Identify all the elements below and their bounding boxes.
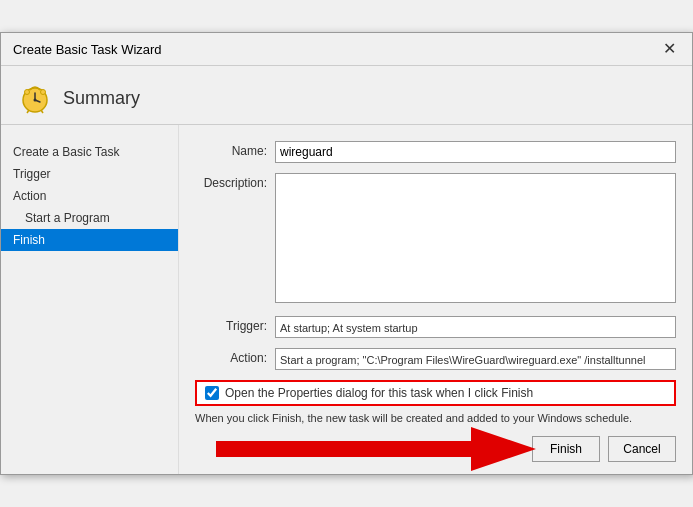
open-properties-checkbox-row: Open the Properties dialog for this task… (195, 380, 676, 406)
arrow-icon (216, 427, 536, 471)
form-area: Name: Description: Trigger: At startup; … (179, 125, 692, 474)
buttons-row: Finish Cancel (195, 436, 676, 462)
name-input[interactable] (275, 141, 676, 163)
trigger-field-wrapper: At startup; At system startup (275, 316, 676, 338)
svg-point-3 (34, 99, 37, 102)
description-textarea[interactable] (275, 173, 676, 303)
title-bar: Create Basic Task Wizard ✕ (1, 33, 692, 66)
sidebar-item-start-a-program: Start a Program (1, 207, 178, 229)
sidebar-item-trigger: Trigger (1, 163, 178, 185)
description-field-wrapper (275, 173, 676, 306)
name-row: Name: (195, 141, 676, 163)
dialog-window: Create Basic Task Wizard ✕ (0, 32, 693, 475)
dialog-title: Summary (63, 88, 140, 109)
help-text: When you click Finish, the new task will… (195, 412, 676, 424)
description-label: Description: (195, 173, 275, 190)
sidebar: Create a Basic Task Trigger Action Start… (1, 125, 179, 474)
svg-rect-8 (216, 441, 476, 457)
action-row: Action: Start a program; "C:\Program Fil… (195, 348, 676, 370)
title-bar-text: Create Basic Task Wizard (13, 42, 162, 57)
action-value: Start a program; "C:\Program Files\WireG… (275, 348, 676, 370)
svg-point-6 (25, 90, 30, 95)
dialog-header: Summary (1, 66, 692, 124)
svg-point-7 (41, 90, 46, 95)
main-content: Create a Basic Task Trigger Action Start… (1, 125, 692, 474)
clock-icon (17, 80, 53, 116)
cancel-button[interactable]: Cancel (608, 436, 676, 462)
open-properties-label[interactable]: Open the Properties dialog for this task… (225, 386, 533, 400)
open-properties-checkbox[interactable] (205, 386, 219, 400)
sidebar-item-create-basic-task: Create a Basic Task (1, 141, 178, 163)
name-label: Name: (195, 141, 275, 158)
action-label: Action: (195, 348, 275, 365)
name-field-wrapper (275, 141, 676, 163)
trigger-row: Trigger: At startup; At system startup (195, 316, 676, 338)
action-field-wrapper: Start a program; "C:\Program Files\WireG… (275, 348, 676, 370)
trigger-label: Trigger: (195, 316, 275, 333)
title-bar-left: Create Basic Task Wizard (13, 42, 162, 57)
trigger-value: At startup; At system startup (275, 316, 676, 338)
description-row: Description: (195, 173, 676, 306)
close-button[interactable]: ✕ (659, 41, 680, 57)
svg-marker-9 (471, 427, 536, 471)
svg-line-5 (41, 110, 43, 113)
big-arrow (195, 427, 556, 471)
sidebar-item-finish: Finish (1, 229, 178, 251)
svg-line-4 (27, 110, 29, 113)
sidebar-item-action: Action (1, 185, 178, 207)
